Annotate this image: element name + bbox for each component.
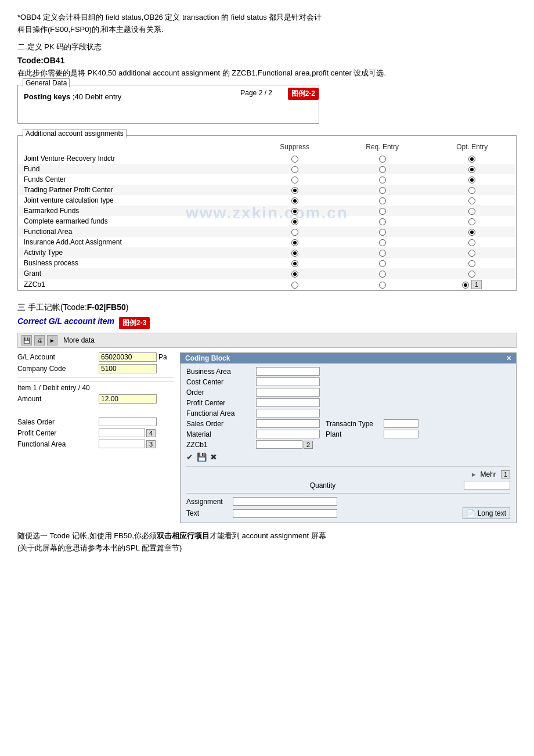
radio-cell-suppress[interactable] xyxy=(252,237,336,247)
radio-cell-opt[interactable] xyxy=(428,174,516,185)
radio-cell-req[interactable] xyxy=(337,185,428,195)
save-cb-button[interactable]: 💾 xyxy=(197,452,207,462)
radio-cell-opt[interactable] xyxy=(428,258,516,268)
print-icon[interactable]: 🖨 xyxy=(34,335,45,345)
more-data-button[interactable]: More data xyxy=(63,336,95,344)
radio-cell-req[interactable] xyxy=(337,174,428,185)
radio-button[interactable] xyxy=(468,197,475,204)
radio-button[interactable] xyxy=(468,166,475,173)
radio-cell-opt[interactable] xyxy=(428,268,516,279)
radio-button[interactable] xyxy=(291,187,298,194)
zzcb1-input[interactable] xyxy=(256,440,302,449)
radio-button[interactable] xyxy=(291,156,298,163)
assignment-input[interactable] xyxy=(233,497,337,506)
radio-cell-opt[interactable] xyxy=(428,153,516,164)
radio-button[interactable] xyxy=(379,187,386,194)
radio-cell-req[interactable] xyxy=(337,268,428,279)
radio-button[interactable] xyxy=(291,260,298,267)
radio-cell-opt[interactable] xyxy=(428,237,516,247)
radio-button[interactable] xyxy=(468,187,475,194)
radio-button[interactable] xyxy=(379,166,386,173)
radio-button[interactable] xyxy=(468,156,475,163)
radio-cell-req[interactable] xyxy=(337,164,428,174)
radio-button[interactable] xyxy=(291,282,298,289)
radio-cell-opt[interactable] xyxy=(428,216,516,226)
radio-button[interactable] xyxy=(291,229,298,236)
radio-button[interactable] xyxy=(379,229,386,236)
radio-button[interactable] xyxy=(379,271,386,278)
functional-area-input[interactable] xyxy=(99,440,145,448)
radio-cell-suppress[interactable] xyxy=(252,258,336,268)
material-input[interactable] xyxy=(256,430,320,438)
radio-button[interactable] xyxy=(379,239,386,246)
radio-button[interactable] xyxy=(291,239,298,246)
radio-button[interactable] xyxy=(462,282,469,289)
radio-button[interactable] xyxy=(379,282,386,289)
radio-button[interactable] xyxy=(379,208,386,215)
cancel-cb-button[interactable]: ✖ xyxy=(210,452,217,462)
radio-cell-req[interactable] xyxy=(337,226,428,237)
radio-cell-req[interactable] xyxy=(337,216,428,226)
radio-cell-req[interactable] xyxy=(337,195,428,206)
radio-button[interactable] xyxy=(291,177,298,183)
radio-cell-req[interactable] xyxy=(337,237,428,247)
coding-block-close-icon[interactable]: ✕ xyxy=(506,355,511,362)
radio-button[interactable] xyxy=(468,250,475,257)
business-area-input[interactable] xyxy=(256,367,320,376)
radio-button[interactable] xyxy=(379,177,386,183)
radio-button[interactable] xyxy=(291,250,298,257)
radio-cell-req[interactable] xyxy=(337,153,428,164)
sales-order-cb-input[interactable] xyxy=(256,419,320,428)
radio-cell-suppress[interactable] xyxy=(252,226,336,237)
radio-button[interactable] xyxy=(291,271,298,278)
radio-cell-suppress[interactable] xyxy=(252,247,336,258)
radio-cell-suppress[interactable] xyxy=(252,279,336,290)
radio-button[interactable] xyxy=(291,197,298,204)
transactn-type-input[interactable] xyxy=(384,419,418,428)
radio-cell-opt[interactable] xyxy=(428,206,516,216)
radio-cell-suppress[interactable] xyxy=(252,206,336,216)
radio-cell-opt[interactable] xyxy=(428,185,516,195)
plant-input[interactable] xyxy=(384,430,418,438)
radio-cell-opt[interactable] xyxy=(428,195,516,206)
radio-cell-suppress[interactable] xyxy=(252,185,336,195)
check-button[interactable]: ✔ xyxy=(186,452,193,462)
functional-area-cb-input[interactable] xyxy=(256,409,320,417)
sales-order-input[interactable] xyxy=(99,417,157,426)
radio-button[interactable] xyxy=(291,166,298,173)
radio-button[interactable] xyxy=(468,208,475,215)
radio-cell-opt[interactable] xyxy=(428,247,516,258)
radio-button[interactable] xyxy=(468,218,475,225)
radio-button[interactable] xyxy=(468,260,475,267)
radio-cell-suppress[interactable] xyxy=(252,164,336,174)
quantity-input[interactable] xyxy=(464,481,510,489)
save-icon[interactable]: 💾 xyxy=(21,335,32,345)
radio-button[interactable] xyxy=(379,156,386,163)
profit-center-input[interactable] xyxy=(99,429,145,437)
radio-button[interactable] xyxy=(468,177,475,183)
radio-button[interactable] xyxy=(468,271,475,278)
radio-button[interactable] xyxy=(468,229,475,236)
radio-button[interactable] xyxy=(379,197,386,204)
forward-icon[interactable]: ► xyxy=(47,335,57,345)
radio-cell-opt[interactable] xyxy=(428,164,516,174)
radio-cell-suppress[interactable] xyxy=(252,268,336,279)
radio-cell-req[interactable] xyxy=(337,279,428,290)
radio-button[interactable] xyxy=(379,218,386,225)
radio-cell-req[interactable] xyxy=(337,247,428,258)
cost-center-input[interactable] xyxy=(256,377,320,386)
radio-cell-req[interactable] xyxy=(337,206,428,216)
radio-button[interactable] xyxy=(379,250,386,257)
radio-button[interactable] xyxy=(291,208,298,215)
profit-center-cb-input[interactable] xyxy=(256,398,320,407)
radio-button[interactable] xyxy=(291,218,298,225)
radio-cell-suppress[interactable] xyxy=(252,153,336,164)
radio-cell-suppress[interactable] xyxy=(252,195,336,206)
radio-button[interactable] xyxy=(468,239,475,246)
order-input[interactable] xyxy=(256,388,320,397)
radio-cell-suppress[interactable] xyxy=(252,174,336,185)
radio-cell-req[interactable] xyxy=(337,258,428,268)
radio-button[interactable] xyxy=(379,260,386,267)
text-input[interactable] xyxy=(233,509,337,518)
radio-cell-opt[interactable] xyxy=(428,226,516,237)
